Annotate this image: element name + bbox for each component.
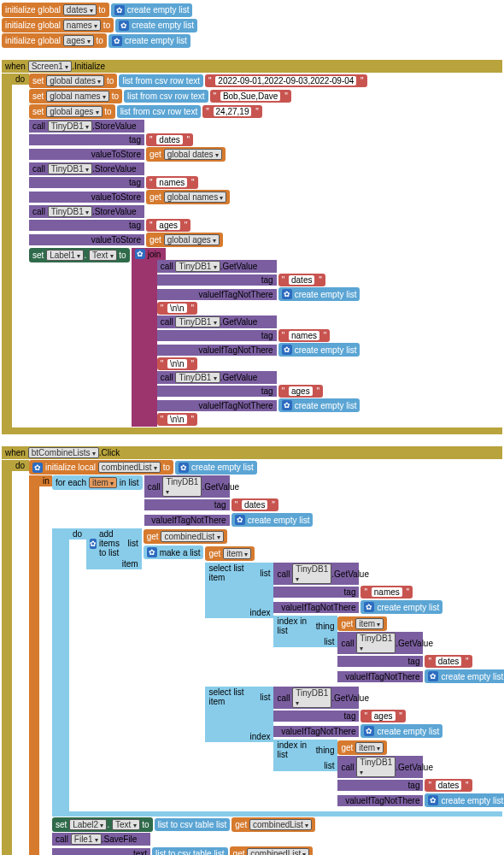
label2[interactable]: Label2	[69, 819, 107, 830]
gear-icon[interactable]: ✿	[90, 539, 97, 549]
add-items-to-list[interactable]: ✿add items to list list item get combine…	[86, 528, 502, 811]
get-kw: get	[235, 820, 247, 829]
tag-lbl: tag	[344, 587, 356, 597]
method: .SaveFile	[102, 834, 138, 844]
cl-var[interactable]: combinedList	[247, 848, 309, 855]
tag-val[interactable]: names	[156, 178, 187, 187]
tag-val[interactable]: dates	[242, 500, 267, 510]
gear-icon[interactable]: ✿	[364, 602, 374, 612]
when-btcombine-click[interactable]: when btCombineLists.Click do ✿initialize…	[2, 446, 502, 855]
file-savefile[interactable]: call File1.SaveFile textlist to csv tabl…	[52, 833, 502, 855]
gear-icon[interactable]: ✿	[32, 463, 43, 473]
set-label1[interactable]: set Label1. Text to ✿join call TinyDB1.G…	[29, 248, 502, 427]
gear-icon[interactable]: ✿	[179, 463, 189, 473]
init-local-combinedlist[interactable]: ✿initialize local combinedList to ✿creat…	[29, 460, 502, 475]
gear-icon[interactable]: ✿	[282, 400, 292, 410]
file1[interactable]: File1	[71, 834, 102, 845]
tag-val[interactable]: dates	[289, 275, 314, 285]
init-names[interactable]: initialize global names to ✿create empty…	[2, 18, 502, 32]
tag-val[interactable]: names	[372, 587, 402, 597]
gear-icon[interactable]: ✿	[282, 289, 292, 299]
tag-dates[interactable]: dates	[436, 781, 461, 790]
var-name[interactable]: ages	[63, 35, 94, 46]
tag-dates[interactable]: dates	[436, 657, 461, 666]
item-var[interactable]: item	[355, 618, 384, 629]
item-var[interactable]: item	[355, 742, 384, 753]
newline[interactable]: \n\n	[167, 304, 187, 313]
tinydb[interactable]: TinyDB1	[162, 476, 202, 497]
get-var[interactable]: global ages	[164, 234, 220, 245]
additems-kw: add items to list	[99, 529, 123, 557]
store-names[interactable]: call TinyDB1.StoreValue tag" names " val…	[29, 162, 502, 204]
var[interactable]: global names	[46, 91, 109, 102]
gear-icon[interactable]: ✿	[119, 21, 129, 31]
tinydb[interactable]: TinyDB1	[292, 563, 331, 584]
newline[interactable]: \n\n	[167, 415, 187, 424]
select-names[interactable]: select list item list index call	[205, 562, 504, 686]
gear-icon[interactable]: ✿	[112, 36, 122, 46]
var-name[interactable]: names	[63, 20, 101, 31]
tinydb[interactable]: TinyDB1	[48, 206, 92, 217]
set-global-ages[interactable]: set global ages to list from csv row tex…	[29, 104, 502, 119]
var[interactable]: global dates	[46, 75, 104, 86]
tinydb[interactable]: TinyDB1	[292, 687, 331, 708]
method: .GetValue	[220, 317, 258, 327]
tinydb[interactable]: TinyDB1	[175, 261, 220, 272]
gear-icon[interactable]: ✿	[428, 795, 438, 805]
set-label2[interactable]: set Label2. Text to list to csv table li…	[52, 817, 502, 832]
tag-val[interactable]: ages	[372, 711, 396, 721]
tag-val[interactable]: names	[289, 331, 319, 340]
gear-icon[interactable]: ✿	[135, 249, 145, 259]
tinydb[interactable]: TinyDB1	[175, 372, 220, 383]
set-global-names[interactable]: set global names to list from csv row te…	[29, 89, 502, 103]
var-name[interactable]: dates	[63, 4, 97, 15]
text-val[interactable]: 2022-09-01,2022-09-03,2022-09-04	[215, 76, 356, 86]
tinydb[interactable]: TinyDB1	[356, 633, 396, 653]
gear-icon[interactable]: ✿	[428, 671, 438, 681]
gear-icon[interactable]: ✿	[114, 5, 125, 15]
item-var[interactable]: item	[223, 548, 251, 559]
tag-val[interactable]: ages	[156, 221, 180, 230]
text-val[interactable]: 24,27,19	[214, 107, 252, 116]
csv-row: list from csv row text	[120, 107, 198, 116]
gear-icon[interactable]: ✿	[364, 726, 374, 736]
gear-icon[interactable]: ✿	[235, 515, 245, 525]
tinydb[interactable]: TinyDB1	[356, 757, 396, 777]
text-val[interactable]: Bob,Sue,Dave	[220, 91, 281, 101]
prop[interactable]: Text	[112, 819, 140, 830]
var[interactable]: global ages	[46, 106, 102, 117]
get-var[interactable]: global dates	[164, 149, 222, 160]
get-var[interactable]: global names	[164, 192, 227, 203]
item-var[interactable]: item	[89, 477, 117, 488]
store-ages[interactable]: call TinyDB1.StoreValue tag" ages " valu…	[29, 205, 502, 247]
for-each-item[interactable]: for each item in list call TinyDB1.GetVa…	[52, 475, 502, 528]
component[interactable]: Screen1	[28, 61, 72, 72]
vts-lbl: valueToStore	[91, 192, 141, 202]
get-kw: get	[341, 619, 353, 628]
tinydb[interactable]: TinyDB1	[175, 316, 220, 327]
tinydb[interactable]: TinyDB1	[48, 121, 92, 132]
init-dates[interactable]: initialize global dates to ✿create empty…	[2, 3, 502, 17]
prop[interactable]: Text	[89, 250, 117, 261]
when-screen1-initialize[interactable]: when Screen1.Initialize do set global da…	[2, 60, 502, 434]
newline[interactable]: \n\n	[167, 359, 187, 369]
vint-lbl: valueIfTagNotThere	[281, 603, 355, 612]
init-ages[interactable]: initialize global ages to ✿create empty …	[2, 33, 502, 48]
tinydb[interactable]: TinyDB1	[48, 163, 92, 174]
component[interactable]: btCombineLists	[28, 447, 99, 458]
store-dates[interactable]: call TinyDB1.StoreValue tag" dates " val…	[29, 120, 502, 162]
join-getvalue-names[interactable]: call TinyDB1.GetValue tag" names " value…	[157, 315, 360, 357]
label[interactable]: Label1	[46, 250, 84, 261]
cl-var[interactable]: combinedList	[249, 819, 312, 830]
gear-icon[interactable]: ✿	[147, 547, 157, 557]
tag-val[interactable]: ages	[289, 386, 313, 396]
local-name[interactable]: combinedList	[98, 462, 161, 473]
select-ages[interactable]: select list item list index call	[205, 686, 504, 810]
combinedlist-var[interactable]: combinedList	[161, 531, 223, 542]
join-getvalue-dates[interactable]: call TinyDB1.GetValue tag" dates " value…	[157, 260, 360, 301]
tag-val[interactable]: dates	[156, 135, 182, 144]
gear-icon[interactable]: ✿	[282, 345, 292, 355]
set-global-dates[interactable]: set global dates to list from csv row te…	[29, 74, 502, 88]
join-getvalue-ages[interactable]: call TinyDB1.GetValue tag" ages " valueI…	[157, 371, 360, 412]
empty-list: create empty list	[441, 796, 503, 805]
